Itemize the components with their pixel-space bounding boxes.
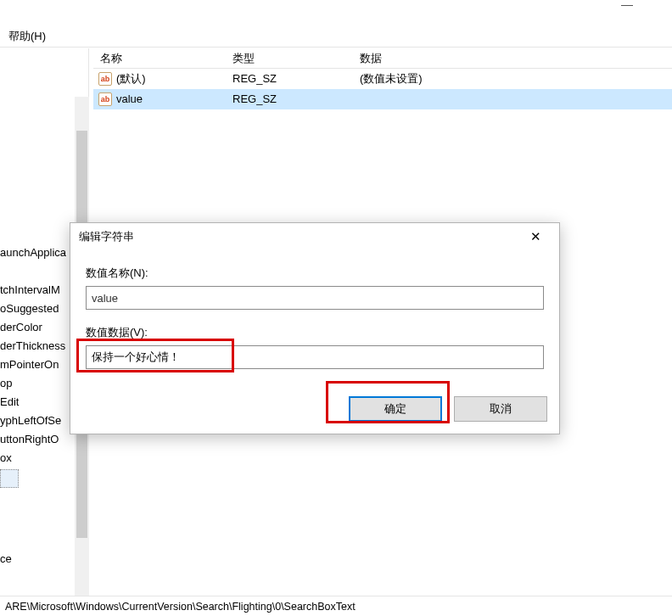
tree-item[interactable]: derThickness xyxy=(0,337,75,356)
dialog-titlebar[interactable]: 编辑字符串 ✕ xyxy=(70,223,559,250)
row-type: REG_SZ xyxy=(226,69,353,89)
tree-item[interactable]: op xyxy=(0,374,75,393)
menubar: 帮助(H) xyxy=(0,25,672,48)
tree-item[interactable]: tchIntervalM xyxy=(0,281,75,300)
tree-item[interactable]: mPointerOn xyxy=(0,356,75,374)
tree-item[interactable]: aunchApplica xyxy=(0,244,75,262)
tree-item[interactable] xyxy=(0,512,75,531)
list-header: 名称 类型 数据 xyxy=(93,48,672,69)
col-header-data[interactable]: 数据 xyxy=(353,48,672,68)
string-value-icon: ab xyxy=(98,72,112,86)
value-data-label: 数值数据(V): xyxy=(86,325,544,340)
ok-button[interactable]: 确定 xyxy=(349,396,442,422)
value-name-label: 数值名称(N): xyxy=(86,266,544,281)
value-data-input[interactable] xyxy=(86,345,544,369)
close-button[interactable]: ✕ xyxy=(518,225,552,249)
row-data: (数值未设置) xyxy=(353,69,672,89)
tree-item[interactable] xyxy=(0,494,75,512)
col-header-type[interactable]: 类型 xyxy=(226,48,353,68)
tree-item[interactable] xyxy=(0,262,75,281)
close-icon: ✕ xyxy=(530,229,541,244)
tree-item[interactable]: ox xyxy=(0,449,75,468)
string-value-icon: ab xyxy=(98,92,112,106)
tree-item-selected[interactable] xyxy=(0,469,19,488)
cancel-button[interactable]: 取消 xyxy=(454,396,547,422)
tree-item[interactable]: ce xyxy=(0,550,75,568)
menu-help[interactable]: 帮助(H) xyxy=(5,30,49,42)
list-rows: ab (默认) REG_SZ (数值未设置) ab value REG_SZ xyxy=(93,69,672,109)
tree-item[interactable]: derColor xyxy=(0,318,75,337)
row-type: REG_SZ xyxy=(226,89,353,109)
tree-item[interactable]: yphLeftOfSe xyxy=(0,412,75,430)
tree-item[interactable]: oSuggested xyxy=(0,300,75,318)
row-name: value xyxy=(116,89,143,109)
list-row-selected[interactable]: ab value REG_SZ xyxy=(93,89,672,109)
statusbar-path: ARE\Microsoft\Windows\CurrentVersion\Sea… xyxy=(5,601,356,613)
row-name: (默认) xyxy=(116,69,146,89)
list-row[interactable]: ab (默认) REG_SZ (数值未设置) xyxy=(93,69,672,89)
row-data xyxy=(353,89,672,109)
dialog-title-text: 编辑字符串 xyxy=(79,230,134,243)
tree-labels: aunchApplica tchIntervalM oSuggested der… xyxy=(0,244,75,568)
tree-item[interactable] xyxy=(0,531,75,550)
tree-item[interactable]: uttonRightO xyxy=(0,430,75,449)
tree-item[interactable]: Edit xyxy=(0,393,75,412)
value-name-input[interactable] xyxy=(86,286,544,310)
col-header-name[interactable]: 名称 xyxy=(93,48,226,68)
edit-string-dialog: 编辑字符串 ✕ 数值名称(N): 数值数据(V): 确定 取消 xyxy=(70,222,560,434)
minimize-button[interactable] xyxy=(621,5,633,7)
statusbar: ARE\Microsoft\Windows\CurrentVersion\Sea… xyxy=(0,596,672,616)
